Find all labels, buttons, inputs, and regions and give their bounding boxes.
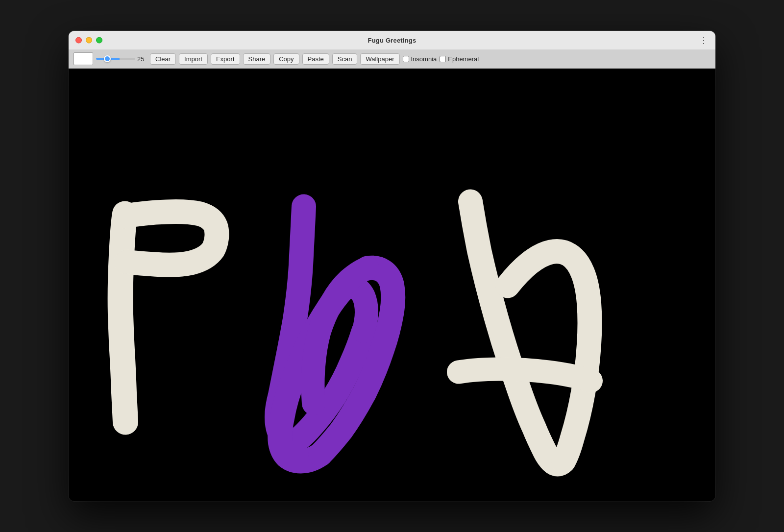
scan-button[interactable]: Scan — [332, 53, 358, 65]
insomnia-checkbox[interactable] — [403, 56, 409, 62]
wallpaper-button[interactable]: Wallpaper — [360, 53, 399, 65]
ephemeral-text: Ephemeral — [448, 55, 479, 63]
drawing-canvas[interactable] — [69, 69, 715, 501]
letter-p — [121, 212, 217, 422]
letter-w — [277, 207, 393, 461]
app-window: Fugu Greetings ⋮ 25 Clear Import Export … — [69, 31, 715, 501]
clear-button[interactable]: Clear — [150, 53, 176, 65]
close-button[interactable] — [75, 37, 82, 44]
toolbar: 25 Clear Import Export Share Copy Paste … — [69, 49, 715, 69]
ephemeral-checkbox[interactable] — [440, 56, 446, 62]
copy-button[interactable]: Copy — [273, 53, 299, 65]
letter-a — [459, 202, 591, 464]
insomnia-label[interactable]: Insomnia — [403, 55, 437, 63]
maximize-button[interactable] — [96, 37, 102, 44]
minimize-button[interactable] — [86, 37, 92, 44]
export-button[interactable]: Export — [211, 53, 240, 65]
paste-button[interactable]: Paste — [302, 53, 329, 65]
brush-size-value: 25 — [137, 55, 147, 63]
brush-size-control: 25 — [96, 55, 147, 63]
brush-size-slider[interactable] — [96, 58, 135, 60]
window-title: Fugu Greetings — [368, 37, 416, 44]
insomnia-text: Insomnia — [411, 55, 437, 63]
title-bar: Fugu Greetings ⋮ — [69, 31, 715, 49]
ephemeral-label[interactable]: Ephemeral — [440, 55, 479, 63]
color-swatch[interactable] — [74, 52, 93, 65]
canvas-svg — [69, 69, 715, 501]
import-button[interactable]: Import — [179, 53, 208, 65]
more-options-button[interactable]: ⋮ — [699, 35, 709, 46]
traffic-lights — [75, 37, 102, 44]
share-button[interactable]: Share — [243, 53, 271, 65]
